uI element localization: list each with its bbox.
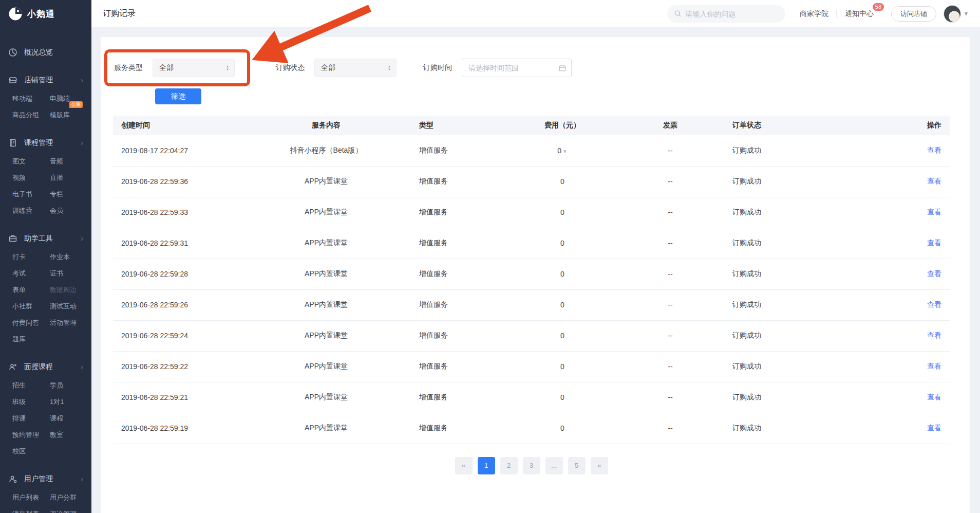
search-input[interactable] <box>685 10 778 18</box>
sidebar-subitem[interactable]: 课程 <box>50 410 91 427</box>
sidebar-subitem[interactable]: 直播 <box>50 170 91 186</box>
page-button[interactable]: 1 <box>478 457 495 474</box>
chevron-right-icon: › <box>81 475 83 483</box>
pagination: « 1 2 3 ... 5 » <box>113 457 950 474</box>
page-button[interactable]: 5 <box>568 457 586 474</box>
sidebar-item-user-management[interactable]: 用户管理 › <box>0 471 91 487</box>
view-link[interactable]: 查看 <box>927 331 941 339</box>
sidebar-subitem[interactable]: 班级 <box>12 394 50 410</box>
page-button[interactable]: 2 <box>500 457 518 474</box>
sidebar-subitem[interactable]: 题库 <box>12 331 50 347</box>
sidebar-subitem[interactable]: 1对1 <box>50 394 91 410</box>
sidebar-subitem[interactable]: 专栏 <box>50 186 91 203</box>
cell-service-content: APP内置课堂 <box>241 351 411 382</box>
sidebar-subitem[interactable]: 评论管理 <box>50 506 91 513</box>
view-link[interactable]: 查看 <box>927 362 941 370</box>
sidebar-subitem[interactable]: 排课 <box>12 410 50 427</box>
sidebar-subitem[interactable]: 测试互动 <box>50 298 91 315</box>
filter-button[interactable]: 筛选 <box>155 88 201 104</box>
view-link[interactable]: 查看 <box>927 393 941 401</box>
order-time-range-picker[interactable] <box>462 59 572 77</box>
cell-service-content: 抖音小程序（Beta版） <box>241 135 411 166</box>
sidebar-subitem[interactable]: 训练营 <box>12 203 50 219</box>
sidebar-subitem[interactable]: 音频 <box>50 153 91 170</box>
account-menu[interactable]: ▼ <box>944 5 969 23</box>
sidebar-subitem[interactable]: 电子书 <box>12 186 50 203</box>
sidebar: 小鹅通 概况总览 店铺管理 › 移动端 电脑端 <box>0 0 91 513</box>
sidebar-item-course-management[interactable]: 课程管理 › <box>0 135 91 151</box>
sidebar-subitem[interactable]: 付费问答 <box>12 315 50 331</box>
sidebar-subitem[interactable]: 考试 <box>12 265 50 282</box>
help-search[interactable] <box>667 5 785 23</box>
page-button[interactable]: » <box>591 457 608 474</box>
beta-badge: 公测 <box>69 101 83 108</box>
cell-invoice: -- <box>616 166 724 197</box>
merchant-academy-link[interactable]: 商家学院 <box>800 9 828 19</box>
sidebar-subitem[interactable]: 模版库 公测 <box>50 107 91 123</box>
sidebar-subitem[interactable]: 商品分组 <box>12 107 50 123</box>
sidebar-subitem[interactable]: 预约管理 <box>12 427 50 443</box>
avatar[interactable] <box>944 5 961 23</box>
view-link[interactable]: 查看 <box>927 239 941 247</box>
cell-type: 增值服务 <box>411 228 508 259</box>
sidebar-item-shop-management[interactable]: 店铺管理 › <box>0 72 91 88</box>
cell-fee: 0 <box>508 382 616 413</box>
fee-caret-icon[interactable]: ▼ <box>562 149 568 154</box>
sidebar-subitem[interactable]: 移动端 <box>12 90 50 107</box>
main-content: 服务类型 全部 ▲▼ 订购状态 全部 ▲▼ 订购时间 筛选 创建 <box>91 27 980 513</box>
sidebar-subitem[interactable]: 用户列表 <box>12 489 50 506</box>
sidebar-subitem[interactable]: 图文 <box>12 153 50 170</box>
teacher-icon <box>8 362 17 372</box>
sidebar-subitem[interactable]: 教辅周边 <box>50 282 91 298</box>
sidebar-subitem[interactable]: 证书 <box>50 265 91 282</box>
user-subnav: 用户列表 用户分群 消息列表 评论管理 用户反馈 <box>0 489 91 513</box>
cell-type: 增值服务 <box>411 289 508 320</box>
cell-invoice: -- <box>616 413 724 444</box>
sidebar-subitem[interactable]: 小社群 <box>12 298 50 315</box>
table-row: 2019-06-28 22:59:19 APP内置课堂 增值服务 0 -- 订购… <box>113 413 950 444</box>
sidebar-item-offline-course[interactable]: 面授课程 › <box>0 359 91 375</box>
view-link[interactable]: 查看 <box>927 177 941 185</box>
visit-shop-button[interactable]: 访问店铺 <box>891 6 936 22</box>
sidebar-subitem[interactable]: 招生 <box>12 377 50 394</box>
content-card: 服务类型 全部 ▲▼ 订购状态 全部 ▲▼ 订购时间 筛选 创建 <box>101 37 970 513</box>
book-icon <box>8 138 17 148</box>
view-link[interactable]: 查看 <box>927 208 941 216</box>
filter-bar: 服务类型 全部 ▲▼ 订购状态 全部 ▲▼ 订购时间 <box>101 59 970 77</box>
page-button[interactable]: ... <box>545 457 563 474</box>
page-button[interactable]: 3 <box>523 457 540 474</box>
sidebar-subitem[interactable]: 教室 <box>50 427 91 443</box>
cell-order-status: 订购成功 <box>724 166 889 197</box>
sidebar-subitem[interactable]: 用户分群 <box>50 489 91 506</box>
sidebar-subitem[interactable]: 消息列表 <box>12 506 50 513</box>
brand-logo[interactable]: 小鹅通 <box>0 0 91 28</box>
page-button[interactable]: « <box>455 457 473 474</box>
cell-type: 增值服务 <box>411 166 508 197</box>
service-type-select[interactable]: 全部 ▲▼ <box>153 59 235 77</box>
view-link[interactable]: 查看 <box>927 424 941 432</box>
sidebar-subitem[interactable]: 活动管理 <box>50 315 91 331</box>
chevron-right-icon: › <box>81 234 83 243</box>
sidebar-item-learning-tools[interactable]: 助学工具 › <box>0 230 91 247</box>
goose-logo-icon <box>8 7 23 21</box>
table-row: 2019-06-28 22:59:26 APP内置课堂 增值服务 0 -- 订购… <box>113 289 950 320</box>
notification-center-link[interactable]: 通知中心 58 <box>845 9 874 19</box>
sidebar-subitem[interactable]: 校区 <box>12 443 50 460</box>
sidebar-subitem[interactable]: 视频 <box>12 170 50 186</box>
view-link[interactable]: 查看 <box>927 269 941 278</box>
sidebar-item-overview[interactable]: 概况总览 <box>0 44 91 61</box>
sidebar-subitem[interactable]: 打卡 <box>12 249 50 265</box>
cell-fee: 0 <box>508 320 616 351</box>
col-type: 类型 <box>411 116 508 135</box>
cell-order-status: 订购成功 <box>724 351 889 382</box>
sidebar-subitem[interactable]: 表单 <box>12 282 50 298</box>
date-range-input[interactable] <box>468 64 559 72</box>
sidebar-subitem[interactable]: 会员 <box>50 203 91 219</box>
view-link[interactable]: 查看 <box>927 300 941 308</box>
sidebar-subitem[interactable]: 学员 <box>50 377 91 394</box>
view-link[interactable]: 查看 <box>927 146 941 154</box>
shop-icon <box>8 76 17 85</box>
cell-created-time: 2019-08-17 22:04:27 <box>113 135 241 166</box>
sidebar-subitem[interactable]: 作业本 <box>50 249 91 265</box>
order-status-select[interactable]: 全部 ▲▼ <box>314 59 397 77</box>
